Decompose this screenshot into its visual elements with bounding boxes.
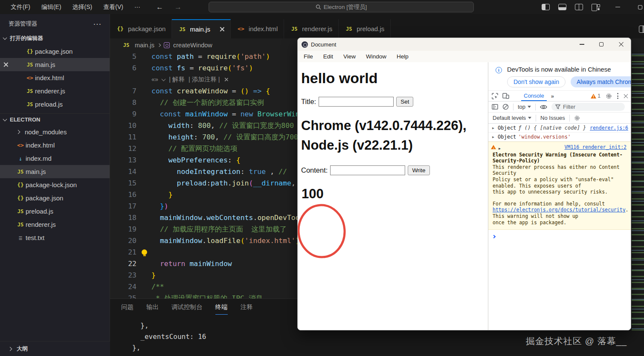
console-log-row[interactable]: ▶Objectƒ () { [native code] }renderer.js…	[488, 124, 631, 133]
split-editor-icon[interactable]	[639, 26, 644, 33]
lightbulb-icon[interactable]	[142, 249, 147, 255]
tab-console[interactable]: Console	[521, 91, 547, 101]
tree-item[interactable]: {}package.json	[0, 191, 110, 205]
menu-item[interactable]: 选择(S)	[68, 2, 97, 12]
devtools-close-icon[interactable]	[624, 94, 628, 98]
warning-source-link[interactable]: VM116 renderer_init:2	[493, 144, 627, 151]
open-editor-item[interactable]: JSrenderer.js	[0, 84, 110, 98]
tab-renderer.js[interactable]: JSrenderer.js	[284, 19, 339, 38]
open-editor-item[interactable]: {}package.json	[0, 45, 110, 58]
back-arrow-icon[interactable]: ←	[156, 3, 163, 12]
tree-root-header[interactable]: ELECTRON	[0, 114, 110, 125]
title-input[interactable]	[319, 97, 394, 107]
app-minimize-button[interactable]	[572, 38, 592, 51]
tree-item[interactable]: <>index.html	[0, 139, 110, 152]
open-editor-item[interactable]: <>index.html	[0, 71, 110, 84]
toggle-sidebar-icon[interactable]	[542, 4, 550, 10]
forward-arrow-icon[interactable]: →	[174, 3, 182, 12]
app-window-title: Document	[311, 41, 336, 48]
expand-caret-icon[interactable]: ▶	[499, 146, 501, 152]
more-tabs-icon[interactable]: »	[551, 93, 554, 99]
tab-preload.js[interactable]: JSpreload.js	[339, 19, 391, 38]
search-text: Electron [管理员]	[324, 3, 367, 11]
warning-count[interactable]: 1	[591, 93, 600, 99]
explorer-more-icon[interactable]: ···	[94, 21, 102, 27]
menu-item[interactable]: 编辑(E)	[37, 2, 66, 12]
add-comment-action[interactable]: | 添加注释 |	[189, 74, 220, 85]
expand-caret-icon[interactable]: ▶	[492, 135, 494, 139]
app-menu-window[interactable]: Window	[366, 53, 386, 60]
panel-tab-注释[interactable]: 注释	[241, 303, 253, 315]
window-maximize-button[interactable]	[638, 5, 642, 9]
open-editor-item[interactable]: JSpreload.js	[0, 98, 110, 111]
terminal-output[interactable]: }, _eventsCount: 16},	[132, 320, 206, 353]
panel-tab-输出[interactable]: 输出	[146, 303, 159, 315]
log-levels-dropdown[interactable]: Default levels	[493, 115, 531, 121]
always-match-button[interactable]: Always match Chrome's l	[571, 76, 631, 87]
tree-item[interactable]: node_modules	[0, 125, 110, 139]
app-menu-view[interactable]: View	[343, 53, 356, 60]
clear-console-icon[interactable]	[502, 104, 509, 110]
html-file-icon: <>	[15, 142, 26, 148]
app-menu-file[interactable]: File	[304, 53, 313, 60]
live-expression-eye-icon[interactable]	[540, 104, 547, 110]
open-editors-header[interactable]: 打开的编辑器	[0, 32, 110, 45]
issues-status[interactable]: No Issues	[540, 115, 565, 121]
tab-close-icon[interactable]	[220, 27, 224, 32]
code-text: * 处理设置窗口标题的 IPC 消息	[136, 292, 263, 298]
tree-item[interactable]: JSpreload.js	[0, 205, 110, 218]
close-slot[interactable]	[0, 62, 11, 67]
tree-item[interactable]: ↓index.md	[0, 152, 110, 165]
security-doc-link[interactable]: https://electronjs.org/docs/tutorial/sec…	[493, 207, 626, 213]
issues-gear-icon[interactable]	[574, 115, 580, 121]
expand-caret-icon[interactable]: ▶	[492, 126, 494, 130]
app-close-button[interactable]	[611, 38, 631, 51]
tab-index.html[interactable]: <>index.html	[231, 19, 284, 38]
tree-item[interactable]: {}package-lock.json	[0, 178, 110, 191]
dismiss-icon[interactable]	[224, 78, 228, 81]
source-link[interactable]: renderer.js:6	[590, 125, 628, 131]
code-text: mainWindow.loadFile('index.html')	[136, 235, 300, 246]
panel-tab-终端[interactable]: 终端	[215, 303, 228, 315]
context-selector[interactable]: top	[518, 104, 531, 110]
inspect-icon[interactable]	[492, 93, 498, 99]
tab-package.json[interactable]: {}package.json	[110, 19, 172, 38]
tree-item[interactable]: JSmain.js	[0, 165, 110, 178]
app-menu-edit[interactable]: Edit	[323, 53, 333, 60]
write-button[interactable]: Write	[408, 165, 429, 175]
menu-item[interactable]: ···	[130, 2, 145, 12]
close-icon[interactable]	[3, 62, 8, 67]
panel-tab-调试控制台[interactable]: 调试控制台	[171, 303, 203, 315]
json-file-icon: {}	[25, 48, 35, 55]
toggle-secondary-sidebar-icon[interactable]	[575, 4, 583, 10]
console-filter-input[interactable]: Filter	[551, 103, 625, 111]
kebab-menu-icon[interactable]	[617, 93, 618, 99]
console-prompt[interactable]	[488, 230, 631, 239]
tree-item[interactable]: ≡test.txt	[0, 231, 110, 244]
settings-gear-icon[interactable]	[606, 93, 612, 99]
toggle-panel-icon[interactable]	[558, 4, 566, 10]
app-titlebar[interactable]: Document	[298, 38, 631, 51]
customize-layout-icon[interactable]	[592, 4, 601, 10]
tab-main.js[interactable]: JSmain.js	[172, 19, 231, 38]
panel-tab-问题[interactable]: 问题	[121, 303, 133, 315]
open-editor-item[interactable]: JSmain.js	[0, 58, 110, 71]
device-toolbar-icon[interactable]	[502, 93, 509, 99]
outline-section[interactable]: 大纲	[0, 341, 110, 356]
menu-item[interactable]: 文件(F)	[6, 2, 35, 12]
tree-item[interactable]: JSrenderer.js	[0, 218, 110, 231]
chevron-down-icon[interactable]	[162, 77, 166, 81]
console-sidebar-icon[interactable]	[492, 104, 498, 110]
content-input[interactable]	[330, 165, 405, 175]
dont-show-again-button[interactable]: Don't show again	[507, 76, 566, 87]
console-log-row[interactable]: ▶Object'window.versions'	[488, 133, 631, 142]
symbol-method-icon	[164, 42, 170, 48]
app-maximize-button[interactable]	[592, 38, 611, 51]
command-center-search[interactable]: Electron [管理员]	[209, 2, 474, 12]
set-button[interactable]: Set	[396, 97, 413, 107]
app-menu-help[interactable]: Help	[397, 53, 409, 60]
explain-action[interactable]: | 解释	[169, 74, 185, 85]
code-text: // 创建一个新的浏览器窗口实例	[136, 97, 264, 108]
menu-item[interactable]: 查看(V)	[99, 2, 128, 12]
window-minimize-button[interactable]	[615, 7, 620, 8]
